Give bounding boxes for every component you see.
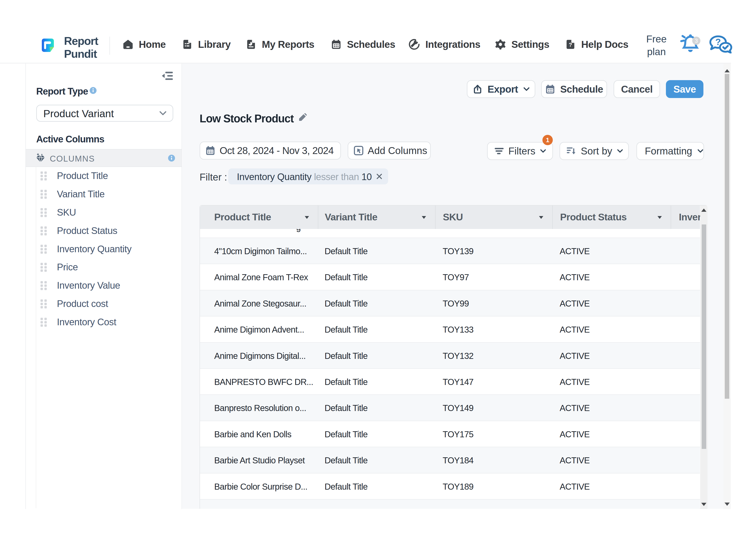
svg-text:3: 3: [695, 38, 698, 44]
svg-text:?: ?: [569, 42, 572, 48]
